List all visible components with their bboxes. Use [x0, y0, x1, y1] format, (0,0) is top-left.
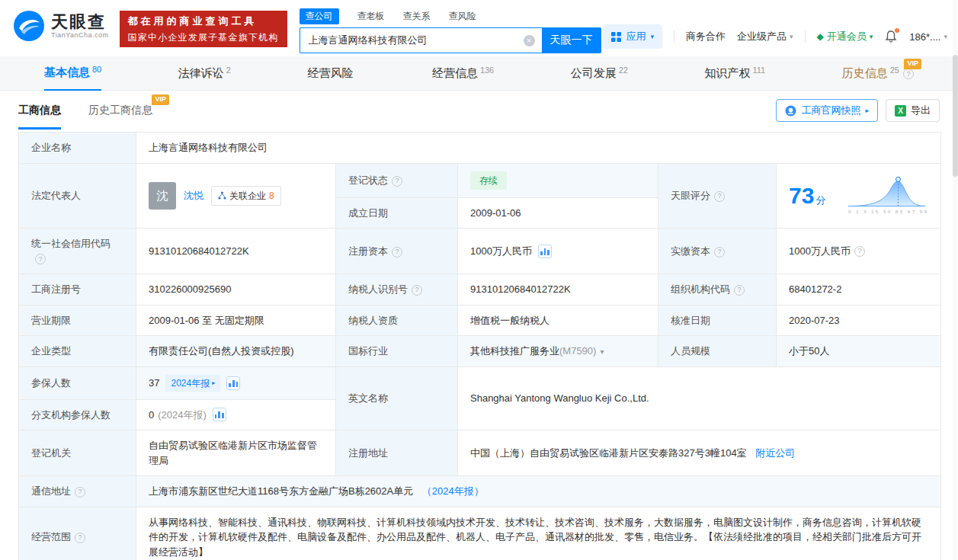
help-icon[interactable]: ? [392, 247, 402, 258]
approval-date-label: 核准日期 [658, 305, 777, 336]
capital-trend-chart-icon[interactable] [538, 245, 552, 258]
reg-authority-label: 登记机关 [19, 430, 136, 476]
scrollbar-thumb[interactable] [953, 55, 958, 177]
establish-date-value: 2009-01-06 [458, 197, 658, 229]
taxpayer-quality-value: 增值税一般纳税人 [458, 305, 658, 336]
search-button[interactable]: 天眼一下 [542, 27, 601, 53]
info-row: 登记机关 自由贸易试验区临港新片区市场监督管理局 注册地址 中国（上海）自由贸易… [19, 430, 941, 476]
insured-value: 37 2024年报 ▸ [136, 366, 336, 399]
search-tab-boss[interactable]: 查老板 [357, 10, 385, 23]
taxpayer-id-value: 91310120684012722K [458, 274, 658, 306]
legal-rep-avatar[interactable]: 沈 [149, 182, 176, 210]
subtab-business-registration[interactable]: 工商信息 [18, 91, 61, 130]
search-input[interactable] [309, 35, 524, 46]
annual-report-chip[interactable]: 2024年报 ▸ [165, 375, 220, 392]
scrollbar[interactable] [953, 0, 958, 560]
business-cooperation-link[interactable]: 商务合作 [686, 30, 726, 43]
establish-date-label: 成立日期 [336, 197, 458, 229]
official-snapshot-button[interactable]: 工商官网快照 ▸ [776, 99, 878, 122]
open-vip-link[interactable]: ◆ 开通会员 ▾ [817, 30, 873, 43]
tab-legal-proceedings[interactable]: 法律诉讼2 [178, 56, 231, 91]
help-icon[interactable]: ? [903, 69, 914, 79]
reg-address-label: 注册地址 [336, 430, 458, 476]
promo-banner: 都在用的商业查询工具 国家中小企业发展子基金旗下机构 [120, 11, 287, 47]
company-type-label: 企业类型 [19, 336, 136, 367]
apps-grid-icon [611, 32, 621, 42]
logo[interactable]: 天眼查 TianYanCha.com [14, 11, 109, 41]
search-tab-relation[interactable]: 查关系 [403, 10, 431, 23]
search-tab-company[interactable]: 查公司 [300, 8, 339, 24]
business-scope-label: 经营范围? [19, 507, 136, 560]
taxpayer-quality-label: 纳税人资质 [336, 305, 458, 336]
help-icon[interactable]: ? [714, 247, 725, 258]
credit-code-label: 统一社会信用代码? [19, 229, 136, 274]
help-icon[interactable]: ? [75, 487, 85, 498]
notification-bell-icon[interactable] [884, 30, 898, 43]
taxpayer-id-label: 纳税人识别号? [336, 274, 458, 306]
caret-down-icon: ▾ [650, 33, 654, 40]
legal-rep-name-link[interactable]: 沈悦 [184, 188, 203, 203]
subtab-history-business-registration[interactable]: 历史工商信息 VIP [88, 91, 152, 130]
info-row: 企业类型 有限责任公司(自然人投资或控股) 国标行业 其他科技推广服务业(M75… [19, 336, 941, 367]
insured-label: 参保人数 [19, 366, 136, 399]
paid-capital-label: 实缴资本? [658, 229, 777, 274]
related-companies-count: 8 [269, 189, 274, 203]
vip-gem-icon: ◆ [817, 31, 824, 42]
apps-button[interactable]: 应用 ▾ [603, 24, 662, 49]
vip-badge: VIP [904, 59, 921, 69]
tab-operational-risk[interactable]: 经营风险 [307, 56, 355, 91]
help-icon[interactable]: ? [392, 176, 402, 187]
legal-rep-cell: 沈 沈悦 关联企业 8 [136, 163, 336, 229]
credit-code-value: 91310120684012722K [136, 229, 336, 274]
score-number: 73分 [789, 178, 825, 213]
tab-intellectual-property[interactable]: 知识产权111 [704, 56, 765, 91]
company-info-table: 企业名称 上海言通网络科技有限公司 法定代表人 沈 沈悦 [18, 132, 941, 560]
account-phone[interactable]: 186*.... ▾ [909, 31, 947, 43]
english-name-label: 英文名称 [336, 366, 458, 430]
brand-domain: TianYanCha.com [51, 31, 109, 39]
related-companies-icon [218, 191, 226, 200]
tianyancha-logo-icon [14, 11, 44, 41]
insured-trend-chart-icon[interactable] [226, 376, 240, 390]
help-icon[interactable]: ? [734, 285, 745, 296]
export-button[interactable]: X 导出 [886, 99, 940, 122]
divider [674, 30, 674, 43]
tab-company-development[interactable]: 公司发展22 [571, 56, 628, 91]
org-code-label: 组织机构代码? [658, 274, 777, 306]
info-row: 经营范围? 从事网络科技、智能科技、通讯科技、物联网科技、计算机科技领域内技术开… [19, 507, 941, 560]
help-icon[interactable]: ? [714, 191, 725, 202]
tianyan-score-cell[interactable]: 73分 0 1 3 15 50 85 97 99 100 [777, 163, 941, 229]
reg-number-label: 工商注册号 [19, 274, 136, 306]
english-name-value: Shanghai Yantong Wangluo Keji Co.,Ltd. [458, 366, 941, 430]
mail-address-value: 上海市浦东新区世纪大道1168号东方金融广场B栋2602A单元 （2024年报） [136, 476, 941, 507]
business-term-label: 营业期限 [19, 305, 136, 336]
caret-down-icon: ▾ [870, 33, 873, 40]
staff-size-label: 人员规模 [658, 336, 777, 367]
enterprise-products-link[interactable]: 企业级产品 ▾ [737, 30, 793, 43]
header-right: 应用 ▾ 商务合作 企业级产品 ▾ ◆ 开通会员 ▾ 186*.... ▾ [603, 24, 947, 49]
nearby-companies-link[interactable]: 附近公司 [755, 447, 795, 459]
staff-size-value: 小于50人 [777, 336, 941, 367]
help-icon[interactable]: ? [75, 533, 85, 543]
snapshot-camera-icon [785, 105, 796, 117]
industry-value[interactable]: 其他科技推广服务业(M7590)▾ [458, 336, 658, 367]
branch-insured-trend-chart-icon[interactable] [213, 408, 226, 421]
tab-basic-info[interactable]: 基本信息80 [44, 56, 101, 91]
annual-report-link[interactable]: （2024年报） [422, 485, 484, 497]
help-icon[interactable]: ? [35, 254, 46, 264]
search-tab-risk[interactable]: 查风险 [449, 10, 476, 23]
tab-history-info[interactable]: VIP 历史信息25 ? [842, 56, 914, 91]
help-icon[interactable]: ? [412, 285, 422, 296]
tab-business-info[interactable]: 经营信息136 [432, 56, 494, 91]
mail-address-label: 通信地址? [19, 476, 136, 507]
vip-badge: VIP [152, 94, 169, 105]
help-icon[interactable]: ? [854, 246, 865, 257]
company-name-label: 企业名称 [19, 133, 136, 164]
search-tabs: 查公司 查老板 查关系 查风险 [300, 8, 601, 24]
reg-status-label: 登记状态? [336, 163, 458, 197]
reg-number-value: 310226000925690 [136, 274, 336, 306]
chevron-down-icon: ▾ [600, 347, 604, 356]
clear-icon[interactable]: × [524, 35, 535, 46]
related-companies-chip[interactable]: 关联企业 8 [211, 186, 281, 206]
info-row: 统一社会信用代码? 91310120684012722K 注册资本? 1000万… [19, 229, 941, 274]
